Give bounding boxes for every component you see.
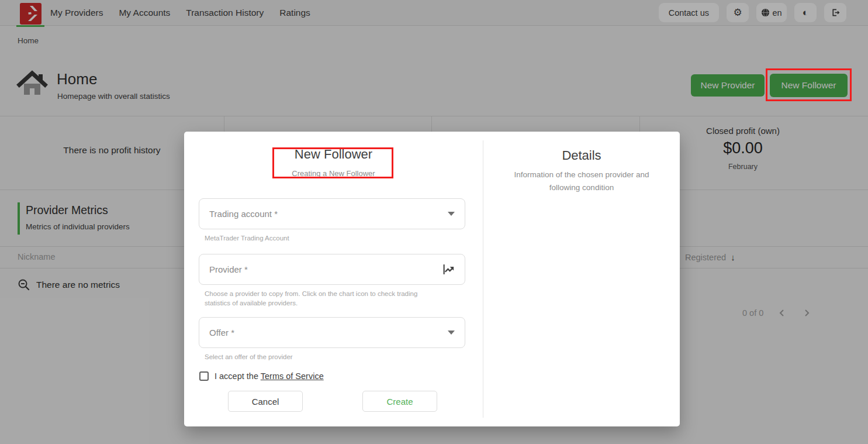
details-title: Details [483,148,680,163]
cancel-button[interactable]: Cancel [228,391,303,412]
create-button[interactable]: Create [362,391,437,412]
terms-of-service-link[interactable]: Terms of Service [261,371,324,381]
provider-select[interactable]: Provider * [199,254,465,285]
terms-text: I accept the Terms of Service [215,371,324,381]
terms-checkbox[interactable] [199,371,209,381]
chevron-down-icon [448,212,455,216]
terms-row: I accept the Terms of Service [199,371,324,381]
trading-account-select[interactable]: Trading account * [199,198,465,229]
app-screen: My Providers My Accounts Transaction His… [0,0,868,444]
provider-statistics-button[interactable] [442,263,455,276]
trading-account-helper: MetaTrader Trading Account [205,233,289,243]
offer-select[interactable]: Offer * [199,317,465,348]
chart-icon [442,263,455,276]
dialog-subtitle: Creating a New Follower [184,169,483,178]
chevron-down-icon [448,331,455,335]
provider-label: Provider * [209,264,442,274]
offer-label: Offer * [209,328,448,338]
details-subtitle: Information of the chosen provider and f… [509,168,655,194]
provider-helper: Choose a provider to copy from. Click on… [205,289,440,308]
offer-helper: Select an offer of the provider [205,352,293,362]
terms-prefix: I accept the [215,371,261,381]
details-panel: Details Information of the chosen provid… [483,132,680,426]
new-follower-form: New Follower Creating a New Follower Tra… [184,132,483,426]
new-follower-dialog: New Follower Creating a New Follower Tra… [184,132,680,426]
trading-account-label: Trading account * [209,209,448,219]
dialog-title: New Follower [184,147,483,162]
